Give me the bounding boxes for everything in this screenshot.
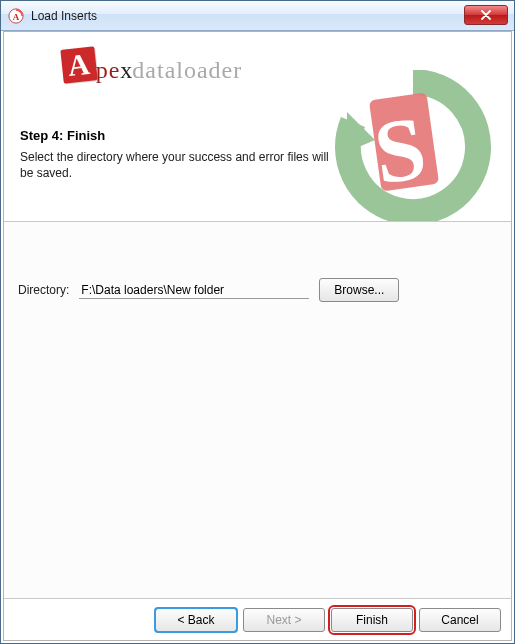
app-icon: A [7, 7, 25, 25]
logo-text-post: dataloader [132, 57, 242, 83]
finish-button[interactable]: Finish [331, 608, 413, 632]
step-description: Select the directory where your success … [20, 149, 340, 181]
cancel-button[interactable]: Cancel [419, 608, 501, 632]
close-icon [481, 10, 491, 20]
logo-boxed-letter: A [60, 46, 97, 83]
title-bar[interactable]: A Load Inserts [1, 1, 514, 31]
logo-text-x: x [120, 57, 132, 83]
svg-text:A: A [13, 11, 20, 21]
back-button[interactable]: < Back [155, 608, 237, 632]
directory-label: Directory: [18, 283, 69, 297]
content-panel: S Apexdataloader Step 4: Finish Select t… [3, 31, 512, 641]
wizard-header: S Apexdataloader Step 4: Finish Select t… [4, 32, 511, 222]
wizard-body: Directory: Browse... [4, 222, 511, 598]
next-button: Next > [243, 608, 325, 632]
browse-button[interactable]: Browse... [319, 278, 399, 302]
dialog-window: A Load Inserts S Apexdat [0, 0, 515, 644]
product-logo: Apexdataloader [62, 48, 497, 98]
wizard-footer: < Back Next > Finish Cancel [4, 598, 511, 640]
directory-row: Directory: Browse... [18, 278, 399, 302]
directory-input[interactable] [79, 281, 309, 299]
close-button[interactable] [464, 5, 508, 25]
logo-text-pre: pe [96, 57, 121, 83]
client-area: S Apexdataloader Step 4: Finish Select t… [1, 31, 514, 643]
window-title: Load Inserts [31, 9, 97, 23]
